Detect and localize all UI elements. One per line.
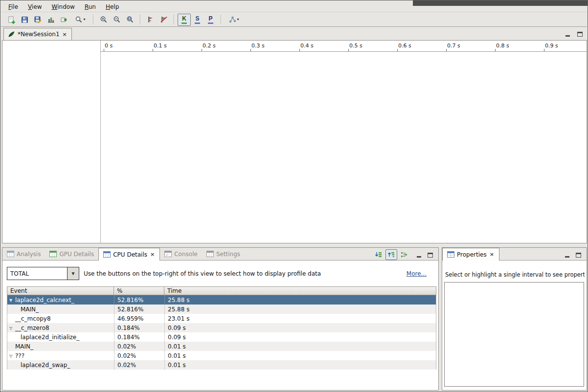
top-down-view-button[interactable]: [385, 249, 397, 260]
table-row[interactable]: ▼laplace2d_calcnext_52.816%25.88 s: [7, 295, 436, 305]
new-session-icon: [7, 16, 16, 24]
properties-content: Select or highlight a single interval to…: [442, 261, 587, 390]
bottom-up-view-button[interactable]: [398, 249, 410, 260]
export-profile-button[interactable]: [58, 14, 71, 26]
cpu-details-tab-icon: [103, 251, 111, 258]
stream-timeline-icon: S: [195, 15, 200, 24]
event-percent: 0.02%: [114, 342, 164, 351]
event-time: 25.88 s: [164, 305, 436, 314]
more-link[interactable]: More...: [407, 270, 427, 277]
maximize-button[interactable]: [574, 251, 583, 259]
display-hint: Use the buttons on the top-right of this…: [84, 270, 321, 277]
table-row[interactable]: ▽???0.02%0.01 s: [7, 351, 436, 360]
new-session-button[interactable]: [5, 14, 18, 26]
event-percent: 52.816%: [114, 305, 164, 314]
minimize-icon: [565, 256, 569, 258]
expand-arrow-icon[interactable]: ▼: [9, 298, 12, 302]
expand-arrow-icon[interactable]: ▽: [9, 326, 12, 330]
stream-timeline-button[interactable]: S: [191, 14, 204, 26]
close-icon[interactable]: ×: [150, 251, 155, 258]
column-header-event[interactable]: Event: [7, 287, 114, 295]
zoom-in-button[interactable]: [97, 14, 110, 26]
next-marker-button[interactable]: [144, 14, 157, 26]
table-row[interactable]: __c_mcopy846.959%23.01 s: [7, 314, 436, 323]
event-name: MAIN_: [7, 306, 39, 313]
zoom-fit-button[interactable]: [123, 14, 136, 26]
close-icon[interactable]: ×: [489, 251, 495, 258]
menu-window[interactable]: Window: [47, 2, 79, 12]
kernel-timeline-button[interactable]: K: [178, 14, 191, 26]
toolbar-separator: [221, 15, 221, 24]
tab-label: GPU Details: [59, 251, 94, 258]
table-row[interactable]: MAIN_52.816%25.88 s: [7, 305, 436, 314]
cpu-details-content: TOTAL ▼ Use the buttons on the top-right…: [2, 261, 438, 390]
profile-chart-icon: [47, 16, 55, 24]
zoom-mode-dropdown-button[interactable]: ▾: [71, 14, 90, 26]
event-name: laplace2d_swap_: [7, 362, 70, 369]
menu-help[interactable]: Help: [101, 2, 123, 12]
table-row[interactable]: ▽__c_mzero80.184%0.09 s: [7, 323, 436, 332]
event-name: laplace2d_calcnext_: [7, 297, 74, 304]
menu-file[interactable]: File: [4, 2, 23, 12]
column-header-time[interactable]: Time: [164, 287, 436, 295]
tab-cpu-details[interactable]: CPU Details ×: [98, 248, 160, 261]
tab-analysis[interactable]: Analysis: [2, 248, 45, 260]
tab-properties[interactable]: Properties ×: [442, 248, 499, 261]
tab-gpu-details[interactable]: GPU Details: [45, 248, 98, 260]
prev-marker-button[interactable]: [157, 14, 170, 26]
next-marker-icon: [147, 16, 155, 23]
timeline-name-divider[interactable]: [100, 41, 101, 243]
event-time: 0.01 s: [164, 342, 436, 351]
table-row[interactable]: laplace2d_swap_0.02%0.01 s: [7, 360, 436, 370]
event-time: 0.01 s: [164, 351, 436, 360]
event-percent: 0.02%: [114, 360, 164, 370]
cpu-details-panel: Analysis GPU Details CPU Details ×: [2, 247, 439, 391]
event-time: 0.09 s: [164, 323, 436, 332]
table-row[interactable]: laplace2d_initialize_0.184%0.09 s: [7, 332, 436, 342]
timeline-canvas[interactable]: 0 s0.1 s0.2 s0.3 s0.4 s0.5 s0.6 s0.7 s0.…: [2, 41, 587, 243]
flat-view-button[interactable]: [373, 249, 384, 260]
process-timeline-button[interactable]: P: [204, 14, 217, 26]
profile-chart-button[interactable]: [45, 14, 58, 26]
zoom-fit-icon: [126, 16, 134, 23]
event-percent: 0.184%: [114, 323, 164, 332]
close-icon[interactable]: ×: [62, 31, 68, 38]
analysis-menu-button[interactable]: ▾: [225, 14, 243, 26]
properties-tab-icon: [447, 251, 454, 258]
kernel-timeline-icon: K: [181, 15, 187, 24]
column-header-percent[interactable]: %: [114, 287, 164, 295]
timeline-ruler: 0 s0.1 s0.2 s0.3 s0.4 s0.5 s0.6 s0.7 s0.…: [101, 41, 587, 52]
maximize-button[interactable]: [576, 30, 584, 38]
maximize-button[interactable]: [426, 251, 434, 259]
expand-arrow-icon[interactable]: ▽: [9, 353, 12, 358]
menu-run[interactable]: Run: [80, 2, 100, 12]
event-table-body: ▼laplace2d_calcnext_52.816%25.88 sMAIN_5…: [7, 295, 436, 370]
event-name: laplace2d_initialize_: [7, 334, 79, 341]
tab-label: Console: [174, 251, 198, 258]
event-name: __c_mcopy8: [7, 315, 51, 322]
properties-hint: Select or highlight a single interval to…: [445, 271, 585, 278]
editor-tab-bar: *NewSession1 ×: [2, 28, 587, 41]
analysis-menu-icon: [228, 16, 236, 23]
save-button[interactable]: [18, 14, 31, 26]
timeline-editor: *NewSession1 × 0 s0.1 s0.2 s0.3 s0.4 s0.…: [2, 28, 587, 243]
bottom-up-view-icon: [400, 251, 408, 259]
tab-settings[interactable]: Settings: [202, 248, 245, 260]
minimize-button[interactable]: [563, 251, 571, 259]
display-mode-combo[interactable]: TOTAL ▼: [7, 267, 79, 280]
minimize-button[interactable]: [415, 251, 423, 259]
combo-dropdown-button[interactable]: ▼: [67, 267, 79, 280]
zoom-out-button[interactable]: [110, 14, 123, 26]
event-table: Event % Time ▼laplace2d_calcnext_52.816%…: [7, 286, 436, 370]
save-as-button[interactable]: [31, 14, 45, 26]
tab-label: CPU Details: [113, 251, 147, 258]
table-row[interactable]: MAIN_0.02%0.01 s: [7, 342, 436, 351]
tab-session[interactable]: *NewSession1 ×: [3, 28, 72, 40]
properties-empty-box: [444, 282, 584, 387]
minimize-button[interactable]: [564, 30, 572, 38]
export-profile-icon: [60, 16, 68, 24]
tab-console[interactable]: Console: [160, 248, 202, 260]
top-down-view-icon: [387, 251, 395, 259]
chevron-down-icon: ▼: [71, 271, 76, 276]
menu-view[interactable]: View: [23, 2, 46, 12]
